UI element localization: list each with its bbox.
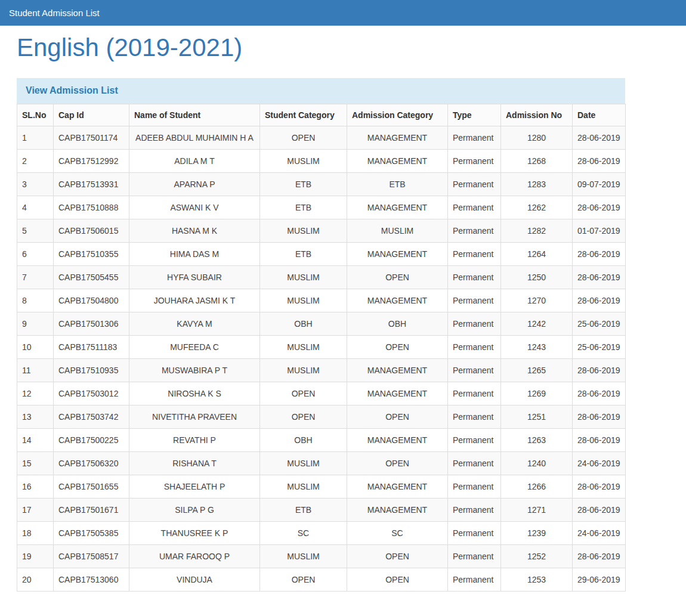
column-header-student-category: Student Category	[260, 104, 347, 126]
column-header-admission-category: Admission Category	[347, 104, 448, 126]
cell-student-category: MUSLIM	[260, 475, 347, 499]
cell-admission-category: MANAGEMENT	[347, 382, 448, 405]
cell-admission-no: 1250	[501, 266, 573, 289]
table-row: 12CAPB17503012NIROSHA K SOPENMANAGEMENTP…	[17, 382, 626, 405]
cell-student-name: NIVETITHA PRAVEEN	[129, 405, 260, 429]
cell-student-category: MUSLIM	[260, 150, 347, 173]
cell-type: Permanent	[448, 150, 501, 173]
table-row: 2CAPB17512992ADILA M TMUSLIMMANAGEMENTPe…	[17, 150, 626, 173]
cell-admission-no: 1242	[501, 312, 573, 336]
admission-table: SL.NoCap IdName of StudentStudent Catego…	[17, 104, 626, 592]
cell-student-category: ETB	[260, 196, 347, 219]
cell-student-category: ETB	[260, 499, 347, 522]
cell-slno: 19	[17, 545, 54, 568]
cell-student-name: UMAR FAROOQ P	[129, 545, 260, 568]
cell-date: 09-07-2019	[573, 173, 626, 196]
cell-date: 28-06-2019	[573, 150, 626, 173]
cell-admission-category: MANAGEMENT	[347, 289, 448, 312]
cell-cap-id: CAPB17506320	[54, 452, 129, 475]
cell-type: Permanent	[448, 289, 501, 312]
column-header-cap-id: Cap Id	[54, 104, 129, 126]
cell-student-name: HASNA M K	[129, 219, 260, 243]
table-header: SL.NoCap IdName of StudentStudent Catego…	[17, 104, 626, 126]
column-header-type: Type	[448, 104, 501, 126]
page-title: English (2019-2021)	[17, 34, 625, 61]
cell-slno: 8	[17, 289, 54, 312]
cell-type: Permanent	[448, 126, 501, 150]
cell-type: Permanent	[448, 522, 501, 545]
cell-date: 28-06-2019	[573, 382, 626, 405]
cell-type: Permanent	[448, 499, 501, 522]
cell-date: 24-06-2019	[573, 452, 626, 475]
cell-slno: 18	[17, 522, 54, 545]
cell-cap-id: CAPB17508517	[54, 545, 129, 568]
cell-student-name: SILPA P G	[129, 499, 260, 522]
table-row: 14CAPB17500225REVATHI POBHMANAGEMENTPerm…	[17, 429, 626, 452]
cell-cap-id: CAPB17500225	[54, 429, 129, 452]
cell-admission-category: OBH	[347, 312, 448, 336]
cell-slno: 2	[17, 150, 54, 173]
cell-student-name: RISHANA T	[129, 452, 260, 475]
cell-date: 28-06-2019	[573, 475, 626, 499]
cell-slno: 15	[17, 452, 54, 475]
cell-slno: 14	[17, 429, 54, 452]
cell-student-category: OBH	[260, 429, 347, 452]
cell-date: 29-06-2019	[573, 568, 626, 592]
cell-slno: 17	[17, 499, 54, 522]
table-row: 6CAPB17510355HIMA DAS METBMANAGEMENTPerm…	[17, 243, 626, 266]
cell-admission-no: 1270	[501, 289, 573, 312]
cell-admission-category: OPEN	[347, 568, 448, 592]
cell-admission-no: 1262	[501, 196, 573, 219]
table-row: 19CAPB17508517UMAR FAROOQ PMUSLIMOPENPer…	[17, 545, 626, 568]
cell-admission-category: MANAGEMENT	[347, 429, 448, 452]
cell-student-name: SHAJEELATH P	[129, 475, 260, 499]
cell-admission-category: MANAGEMENT	[347, 150, 448, 173]
cell-cap-id: CAPB17510355	[54, 243, 129, 266]
table-row: 17CAPB17501671SILPA P GETBMANAGEMENTPerm…	[17, 499, 626, 522]
cell-student-name: NIROSHA K S	[129, 382, 260, 405]
cell-type: Permanent	[448, 405, 501, 429]
table-row: 1CAPB17501174ADEEB ABDUL MUHAIMIN H AOPE…	[17, 126, 626, 150]
cell-admission-category: MANAGEMENT	[347, 243, 448, 266]
cell-cap-id: CAPB17505455	[54, 266, 129, 289]
cell-cap-id: CAPB17503012	[54, 382, 129, 405]
cell-admission-no: 1269	[501, 382, 573, 405]
table-row: 13CAPB17503742NIVETITHA PRAVEENOPENOPENP…	[17, 405, 626, 429]
cell-date: 28-06-2019	[573, 405, 626, 429]
cell-student-category: OPEN	[260, 382, 347, 405]
cell-student-name: THANUSREE K P	[129, 522, 260, 545]
cell-admission-category: ETB	[347, 173, 448, 196]
table-header-row: SL.NoCap IdName of StudentStudent Catego…	[17, 104, 626, 126]
cell-admission-category: OPEN	[347, 266, 448, 289]
table-row: 5CAPB17506015HASNA M KMUSLIMMUSLIMPerman…	[17, 219, 626, 243]
cell-type: Permanent	[448, 545, 501, 568]
cell-student-category: MUSLIM	[260, 359, 347, 382]
cell-admission-no: 1268	[501, 150, 573, 173]
cell-date: 28-06-2019	[573, 499, 626, 522]
cell-type: Permanent	[448, 219, 501, 243]
cell-type: Permanent	[448, 382, 501, 405]
table-row: 20CAPB17513060VINDUJAOPENOPENPermanent12…	[17, 568, 626, 592]
cell-cap-id: CAPB17504800	[54, 289, 129, 312]
table-row: 8CAPB17504800JOUHARA JASMI K TMUSLIMMANA…	[17, 289, 626, 312]
cell-type: Permanent	[448, 243, 501, 266]
cell-date: 28-06-2019	[573, 289, 626, 312]
cell-date: 25-06-2019	[573, 312, 626, 336]
cell-type: Permanent	[448, 196, 501, 219]
cell-type: Permanent	[448, 475, 501, 499]
cell-type: Permanent	[448, 429, 501, 452]
cell-cap-id: CAPB17501174	[54, 126, 129, 150]
cell-slno: 20	[17, 568, 54, 592]
cell-student-name: JOUHARA JASMI K T	[129, 289, 260, 312]
cell-type: Permanent	[448, 452, 501, 475]
cell-slno: 9	[17, 312, 54, 336]
cell-cap-id: CAPB17501671	[54, 499, 129, 522]
table-row: 3CAPB17513931APARNA PETBETBPermanent1283…	[17, 173, 626, 196]
navbar-brand[interactable]: Student Admission List	[9, 8, 100, 18]
cell-date: 01-07-2019	[573, 219, 626, 243]
column-header-slno: SL.No	[17, 104, 54, 126]
cell-student-category: MUSLIM	[260, 289, 347, 312]
cell-admission-no: 1283	[501, 173, 573, 196]
cell-cap-id: CAPB17501655	[54, 475, 129, 499]
cell-admission-no: 1271	[501, 499, 573, 522]
